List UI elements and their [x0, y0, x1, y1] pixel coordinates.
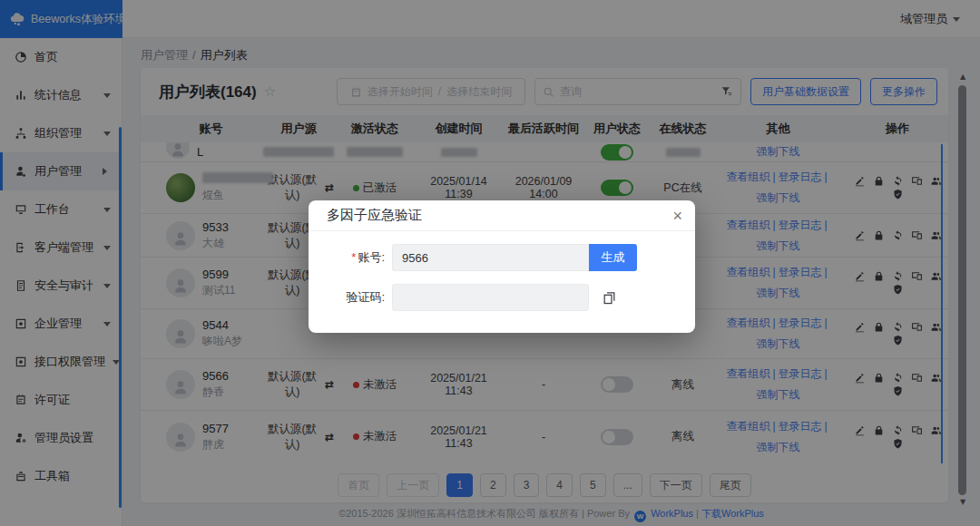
account-label: 账号: — [358, 250, 385, 264]
close-icon[interactable]: × — [672, 204, 682, 228]
modal-title: 多因子应急验证 — [327, 207, 422, 224]
mfa-emergency-modal: 多因子应急验证 × *账号: 生成 验证码: — [309, 200, 695, 333]
account-form-row: *账号: 生成 — [309, 244, 695, 271]
code-form-row: 验证码: — [309, 284, 695, 311]
code-field[interactable] — [392, 284, 589, 311]
generate-button[interactable]: 生成 — [589, 244, 637, 271]
account-field[interactable] — [392, 244, 589, 271]
app-root: Beeworks体验环境02 域管理员 首页 统计信息 组织管理 用户管理 — [0, 0, 980, 526]
required-mark: * — [351, 250, 356, 264]
copy-icon[interactable] — [602, 290, 617, 306]
modal-header: 多因子应急验证 × — [309, 200, 695, 231]
code-label: 验证码: — [346, 290, 385, 304]
